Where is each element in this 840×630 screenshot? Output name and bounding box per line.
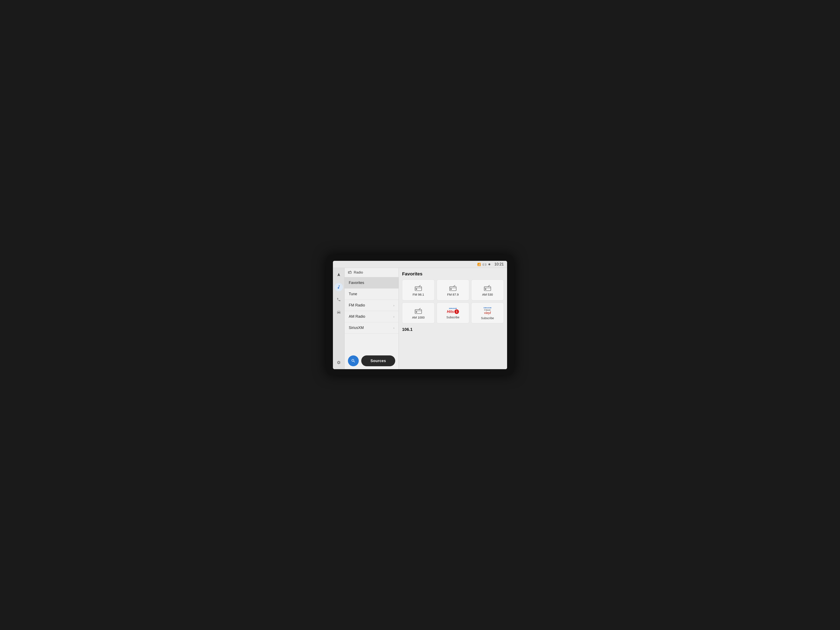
- svg-rect-2: [349, 273, 349, 273]
- search-button[interactable]: [348, 355, 359, 366]
- menu-header-title: Radio: [354, 270, 363, 275]
- tile-fm-87-9[interactable]: FM 87.9: [437, 279, 469, 300]
- nav-car-icon[interactable]: [335, 308, 343, 316]
- radio-tile-icon-2: [449, 285, 457, 291]
- menu-item-fm-radio[interactable]: FM Radio ›: [344, 300, 398, 311]
- menu-item-favorites[interactable]: Favorites: [344, 277, 398, 289]
- siriusxm-chevron-icon: ›: [393, 326, 395, 330]
- car-frame: 📶 ((·)) ✱ 10:21: [326, 255, 514, 375]
- tile-classic-vinyl-label: Subscribe: [481, 316, 494, 320]
- tile-am-1000-label: AM 1000: [412, 316, 425, 319]
- content-panel: Favorites FM 98.1: [399, 268, 507, 369]
- radio-header-icon: [348, 270, 352, 275]
- menu-item-favorites-label: Favorites: [349, 281, 364, 285]
- menu-item-siriusxm-label: SiriusXM: [349, 325, 364, 330]
- nav-phone-icon[interactable]: [335, 295, 343, 304]
- svg-rect-0: [348, 272, 352, 273]
- radio-tile-icon-1: [415, 285, 422, 291]
- menu-item-fm-radio-label: FM Radio: [349, 303, 365, 308]
- icon-bar: [333, 268, 344, 369]
- main-area: Radio Favorites Tune FM Radio › AM Radio: [333, 268, 507, 369]
- classic-vinyl-logo: SIRIUSXM Classic vinyl: [483, 307, 491, 315]
- nav-navigation-icon[interactable]: [335, 270, 343, 279]
- wifi-off-icon: 📶: [477, 263, 481, 266]
- menu-item-tune[interactable]: Tune: [344, 289, 398, 300]
- sources-button[interactable]: Sources: [361, 355, 395, 366]
- time-display: 10:21: [494, 262, 504, 267]
- am-radio-chevron-icon: ›: [393, 315, 395, 318]
- tile-am-1000[interactable]: AM 1000: [402, 303, 434, 323]
- status-icons: 📶 ((·)) ✱: [477, 263, 491, 266]
- content-title: Favorites: [402, 271, 504, 277]
- menu-item-am-radio-label: AM Radio: [349, 314, 365, 319]
- svg-rect-6: [416, 288, 417, 290]
- menu-panel: Radio Favorites Tune FM Radio › AM Radio: [344, 268, 399, 369]
- menu-header: Radio: [344, 268, 398, 277]
- menu-item-siriusxm[interactable]: SiriusXM ›: [344, 322, 398, 333]
- radio-tile-icon-4: [415, 308, 422, 314]
- tile-sirius-hits-label: Subscribe: [447, 316, 459, 319]
- tile-classic-vinyl[interactable]: SIRIUSXM Classic vinyl Subscribe: [471, 303, 504, 323]
- signal-icon: ((·)): [483, 263, 486, 266]
- menu-bottom: Sources: [344, 352, 398, 369]
- tile-am-530-label: AM 530: [482, 293, 493, 296]
- nav-music-icon[interactable]: [335, 283, 343, 291]
- tile-am-530[interactable]: AM 530: [471, 279, 504, 300]
- menu-item-am-radio[interactable]: AM Radio ›: [344, 311, 398, 322]
- tile-fm-87-9-label: FM 87.9: [447, 293, 458, 296]
- menu-items: Favorites Tune FM Radio › AM Radio › Sir: [344, 277, 398, 352]
- menu-item-tune-label: Tune: [349, 292, 357, 296]
- radio-tile-icon-3: [484, 285, 491, 291]
- favorites-grid: FM 98.1 FM 87.9: [402, 279, 504, 323]
- tile-fm-98-1[interactable]: FM 98.1: [402, 279, 434, 300]
- bluetooth-icon: ✱: [488, 263, 491, 266]
- current-station: 106.1: [402, 327, 504, 332]
- svg-rect-14: [485, 288, 486, 290]
- fm-radio-chevron-icon: ›: [393, 304, 395, 307]
- sirius-hits-logo: SIRIUSXM Hits 1: [447, 308, 459, 314]
- status-bar: 📶 ((·)) ✱ 10:21: [333, 261, 507, 268]
- svg-rect-10: [450, 288, 452, 290]
- tile-fm-98-1-label: FM 98.1: [412, 293, 424, 296]
- tile-sirius-hits[interactable]: SIRIUSXM Hits 1 Subscribe: [437, 303, 469, 323]
- nav-settings-icon[interactable]: [335, 358, 343, 367]
- svg-rect-18: [416, 311, 417, 313]
- screen: 📶 ((·)) ✱ 10:21: [333, 261, 507, 369]
